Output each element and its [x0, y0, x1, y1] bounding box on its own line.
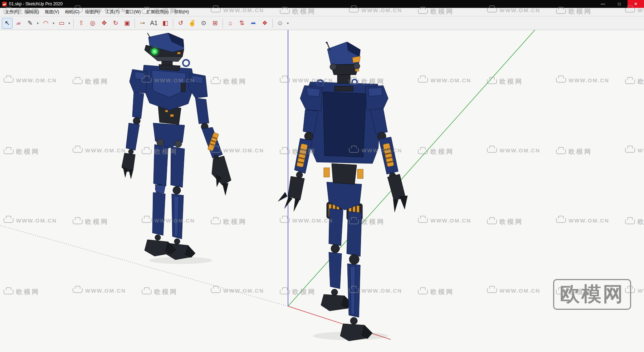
window-title: 01.skp - SketchUp Pro 2020 — [9, 1, 63, 6]
menu-item-7[interactable]: 窗口(W) — [122, 8, 143, 16]
tape-measure-tool[interactable]: ⊸ — [137, 18, 148, 29]
toolbar: ↖▰✎▾◠▾▭▾⇧◎✥↻▣⊸A1◧↺✌⊙⊞⌂⇅➦❖☺▾ — [0, 16, 644, 30]
toolbar-separator — [223, 19, 223, 28]
push-pull-tool-icon: ⇧ — [79, 20, 84, 26]
sketchup-app-icon — [2, 2, 7, 6]
robot-model-left[interactable] — [122, 33, 247, 265]
orbit-tool-icon: ↺ — [178, 20, 183, 26]
rotate-tool-icon: ↻ — [113, 20, 118, 26]
eraser-tool[interactable]: ▰ — [13, 18, 24, 29]
pan-tool[interactable]: ✌ — [187, 18, 197, 29]
close-button[interactable]: ✕ — [628, 0, 644, 8]
arc-tool-dropdown[interactable]: ▾ — [52, 18, 55, 29]
shapes-tool[interactable]: ▭ — [56, 18, 67, 29]
extension-warehouse-tool[interactable]: ❖ — [259, 18, 270, 29]
send-to-layout-tool-icon: ➦ — [251, 20, 256, 26]
eraser-tool-icon: ▰ — [16, 20, 21, 26]
minimize-button[interactable]: — — [595, 0, 611, 8]
robot-left-head — [145, 33, 184, 65]
user-account-button-icon: ☺ — [277, 20, 283, 26]
menu-item-3[interactable]: 视图(V) — [42, 8, 62, 16]
scale-tool-icon: ▣ — [124, 20, 130, 26]
menu-item-2[interactable]: 编辑(E) — [22, 8, 42, 16]
robot-right-left-arm — [278, 110, 318, 211]
push-pull-tool[interactable]: ⇧ — [76, 18, 87, 29]
robot-left-pelvis — [153, 106, 185, 148]
menu-item-9[interactable]: 帮助(H) — [171, 8, 192, 16]
scale-tool[interactable]: ▣ — [122, 18, 132, 29]
toolbar-separator — [135, 19, 135, 28]
toolbar-separator — [272, 19, 273, 28]
tape-measure-tool-icon: ⊸ — [140, 20, 145, 26]
menu-item-8[interactable]: 扩展程序(x) — [143, 8, 171, 16]
user-account-button-dropdown[interactable]: ▾ — [286, 18, 290, 29]
text-tool-icon: A1 — [150, 20, 158, 26]
share-model-tool[interactable]: ⇅ — [236, 18, 247, 29]
viewport[interactable]: 欧模网 — [0, 30, 644, 352]
pan-tool-icon: ✌ — [188, 20, 196, 26]
select-tool[interactable]: ↖ — [2, 18, 13, 29]
extension-warehouse-tool-icon: ❖ — [262, 20, 267, 26]
user-account-button[interactable]: ☺ — [275, 18, 286, 29]
move-tool-icon: ✥ — [102, 20, 107, 26]
menu-item-5[interactable]: 绘图(R) — [82, 8, 103, 16]
toolbar-separator — [173, 19, 173, 28]
maximize-button[interactable]: □ — [611, 0, 628, 8]
menu-bar: 文件(F)编辑(E)视图(V)相机(C)绘图(R)工具(T)窗口(W)扩展程序(… — [0, 8, 644, 16]
zoom-tool[interactable]: ⊙ — [198, 18, 209, 29]
line-tool-icon: ✎ — [28, 20, 33, 26]
get-models-tool-icon: ⌂ — [229, 20, 232, 26]
robot-right-head — [326, 42, 361, 83]
robot-right-right-leg — [340, 204, 372, 341]
zoom-tool-icon: ⊙ — [201, 20, 206, 26]
toolbar-separator — [73, 19, 74, 28]
line-tool[interactable]: ✎ — [25, 18, 35, 29]
menu-item-4[interactable]: 相机(C) — [62, 8, 82, 16]
zoom-extents-tool[interactable]: ⊞ — [210, 18, 220, 29]
robot-left-right-arm — [188, 73, 231, 195]
robot-left-right-leg — [166, 147, 195, 260]
robot-left-torso — [142, 60, 195, 110]
menu-item-1[interactable]: 文件(F) — [2, 8, 22, 16]
rotate-tool[interactable]: ↻ — [110, 18, 121, 29]
robot-right-right-arm — [370, 108, 408, 212]
line-tool-dropdown[interactable]: ▾ — [36, 18, 40, 29]
select-tool-icon: ↖ — [5, 20, 10, 26]
move-tool[interactable]: ✥ — [99, 18, 109, 29]
paint-bucket-tool[interactable]: ◧ — [160, 18, 171, 29]
text-tool[interactable]: A1 — [148, 18, 159, 29]
orbit-tool[interactable]: ↺ — [175, 18, 186, 29]
robot-left-left-arm — [122, 69, 147, 179]
arc-tool[interactable]: ◠ — [40, 18, 51, 29]
robot-model-right[interactable] — [270, 42, 420, 344]
menu-item-6[interactable]: 工具(T) — [103, 8, 122, 16]
get-models-tool[interactable]: ⌂ — [225, 18, 236, 29]
big-watermark: 欧模网 — [553, 279, 631, 310]
title-bar: 01.skp - SketchUp Pro 2020 — □ ✕ — [0, 0, 644, 8]
offset-tool-icon: ◎ — [90, 20, 96, 26]
send-to-layout-tool[interactable]: ➦ — [248, 18, 259, 29]
shapes-tool-dropdown[interactable]: ▾ — [67, 18, 71, 29]
shapes-tool-icon: ▭ — [59, 20, 64, 26]
offset-tool[interactable]: ◎ — [87, 18, 98, 29]
arc-tool-icon: ◠ — [43, 20, 49, 26]
share-model-tool-icon: ⇅ — [239, 20, 244, 26]
zoom-extents-tool-icon: ⊞ — [213, 20, 218, 26]
paint-bucket-tool-icon: ◧ — [162, 20, 168, 26]
